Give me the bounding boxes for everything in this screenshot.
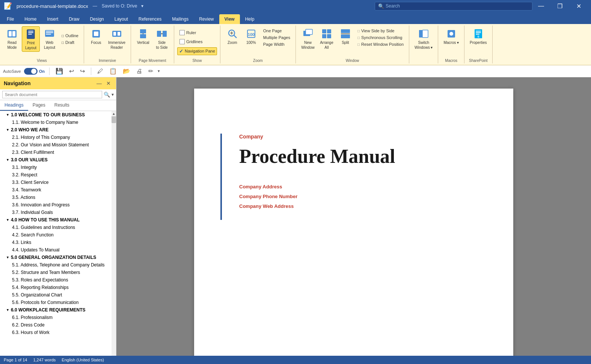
nav-item-5-1[interactable]: 5.1. Address, Telephone and Company Deta… — [0, 261, 111, 269]
format-painter-icon[interactable]: 🖊 — [96, 66, 105, 76]
restore-button[interactable]: ❐ — [551, 0, 568, 12]
redo-icon[interactable]: ↪ — [78, 66, 86, 76]
reset-window-position-button[interactable]: □ Reset Window Position — [355, 41, 406, 47]
nav-tab-pages[interactable]: Pages — [28, 100, 50, 111]
nav-item-4-3[interactable]: 4.3. Links — [0, 239, 111, 246]
scrollbar-thumb[interactable] — [112, 116, 116, 123]
nav-item-5-2[interactable]: 5.2. Structure and Team Members — [0, 269, 111, 276]
nav-item-2-1[interactable]: 2.1. History of This Company — [0, 134, 111, 141]
outline-button[interactable]: □ Outline — [59, 33, 81, 39]
autosave-toggle[interactable]: On — [24, 68, 45, 75]
document-area[interactable]: Company Procedure Manual Company Address… — [116, 77, 591, 364]
nav-item-1-1[interactable]: 1.1. Welcome to Company Name — [0, 119, 111, 126]
nav-item-6-2[interactable]: 6.2. Dress Code — [0, 321, 111, 329]
print-icon[interactable]: 🖨 — [135, 66, 144, 76]
nav-pane-close-button[interactable]: ✕ — [105, 80, 112, 87]
undo-icon[interactable]: ↩ — [68, 66, 75, 76]
nav-scroll-area[interactable]: ▲ ▼ 1.0 WELCOME TO OUR BUSINESS 1.1. Wel… — [0, 111, 116, 364]
draft-button[interactable]: □ Draft — [59, 39, 81, 45]
zoom-100-button[interactable]: 100 100% — [242, 26, 260, 46]
nav-item-3-3[interactable]: 3.3. Client Service — [0, 179, 111, 186]
collapse-icon-5-0[interactable]: ▼ — [6, 256, 9, 259]
nav-item-3-6[interactable]: 3.6. Innovation and Progress — [0, 201, 111, 209]
ruler-checkbox-button[interactable]: Ruler — [177, 29, 198, 36]
nav-item-2-3[interactable]: 2.3. Client Fulfillment — [0, 149, 111, 156]
nav-item-5-4[interactable]: 5.4. Reporting Relationships — [0, 284, 111, 291]
nav-item-5-3[interactable]: 5.3. Roles and Expectations — [0, 276, 111, 284]
nav-item-6-3[interactable]: 6.3. Hours of Work — [0, 329, 111, 336]
nav-item-4-0[interactable]: ▼ 4.0 HOW TO USE THIS MANUAL — [0, 216, 111, 224]
tab-insert[interactable]: Insert — [42, 14, 63, 24]
tab-help[interactable]: Help — [240, 14, 260, 24]
tab-draw[interactable]: Draw — [63, 14, 84, 24]
nav-item-3-4[interactable]: 3.4. Teamwork — [0, 186, 111, 194]
copy-icon[interactable]: 📋 — [108, 66, 118, 76]
collapse-icon-3-0[interactable]: ▼ — [6, 158, 9, 162]
navigation-pane-checkbox-button[interactable]: ✓ Navigation Pane — [177, 47, 217, 55]
toggle-track[interactable] — [24, 68, 38, 75]
nav-item-2-2[interactable]: 2.2. Our Vision and Mission Statement — [0, 141, 111, 149]
nav-item-3-7[interactable]: 3.7. Individual Goals — [0, 209, 111, 216]
nav-item-3-2[interactable]: 3.2. Respect — [0, 171, 111, 179]
nav-item-3-5[interactable]: 3.5. Actions — [0, 194, 111, 201]
nav-item-2-0[interactable]: ▼ 2.0 WHO WE ARE — [0, 126, 111, 134]
switch-windows-button[interactable]: Switch Windows ▾ — [412, 26, 435, 51]
tab-review[interactable]: Review — [194, 14, 219, 24]
page-width-button[interactable]: Page Width — [261, 41, 292, 47]
draw-icon[interactable]: ✏ — [147, 66, 155, 76]
nav-item-6-0[interactable]: ▼ 6.0 WORKPLACE REQUIREMENTS — [0, 306, 111, 314]
nav-item-3-1[interactable]: 3.1. Integrity — [0, 164, 111, 171]
close-button[interactable]: ✕ — [570, 0, 587, 12]
tab-file[interactable]: File — [2, 14, 19, 24]
tab-design[interactable]: Design — [84, 14, 109, 24]
nav-item-5-6[interactable]: 5.6. Protocols for Communication — [0, 299, 111, 306]
print-layout-button[interactable]: Print Layout — [22, 26, 40, 52]
focus-button[interactable]: Focus — [87, 26, 105, 46]
customize-toolbar-icon[interactable]: ▾ — [158, 69, 160, 74]
nav-item-3-0[interactable]: ▼ 3.0 OUR VALUES — [0, 156, 111, 164]
nav-item-5-5[interactable]: 5.5. Organizational Chart — [0, 291, 111, 299]
nav-item-4-2[interactable]: 4.2. Search Function — [0, 231, 111, 239]
web-layout-button[interactable]: Web Layout — [41, 26, 59, 52]
title-search-bar[interactable]: 🔍 — [375, 2, 532, 11]
collapse-icon-4-0[interactable]: ▼ — [6, 218, 9, 222]
collapse-icon-6-0[interactable]: ▼ — [6, 308, 9, 312]
nav-search-dropdown[interactable]: ▾ — [112, 92, 114, 97]
scroll-up-button[interactable]: ▲ — [112, 111, 116, 116]
view-side-by-side-button[interactable]: □ View Side by Side — [355, 28, 406, 34]
tab-references[interactable]: References — [133, 14, 167, 24]
gridlines-checkbox-button[interactable]: Gridlines — [177, 38, 205, 45]
immersive-reader-button[interactable]: Immersive Reader — [106, 26, 128, 51]
one-page-button[interactable]: One Page — [261, 28, 292, 34]
save-icon[interactable]: 💾 — [54, 66, 65, 76]
read-mode-button[interactable]: Read Mode — [3, 26, 21, 52]
nav-item-1-0[interactable]: ▼ 1.0 WELCOME TO OUR BUSINESS — [0, 111, 111, 119]
synchronous-scrolling-button[interactable]: □ Synchronous Scrolling — [355, 35, 406, 41]
scrollbar-track[interactable] — [112, 111, 116, 364]
nav-search-button[interactable]: 🔍 — [104, 92, 110, 98]
nav-pane-collapse-button[interactable]: — — [95, 80, 103, 87]
split-button[interactable]: Split — [336, 26, 354, 46]
nav-item-4-4[interactable]: 4.4. Updates To Manual — [0, 246, 111, 254]
tab-mailings[interactable]: Mailings — [167, 14, 194, 24]
nav-search-input[interactable] — [2, 91, 102, 98]
arrange-all-button[interactable]: Arrange All — [318, 26, 336, 51]
nav-tab-results[interactable]: Results — [50, 100, 74, 111]
nav-item-6-1[interactable]: 6.1. Professionalism — [0, 314, 111, 321]
properties-button[interactable]: S Properties — [467, 26, 489, 46]
collapse-icon-2-0[interactable]: ▼ — [6, 128, 9, 132]
open-icon[interactable]: 📂 — [121, 66, 132, 76]
tab-layout[interactable]: Layout — [109, 14, 133, 24]
nav-tab-headings[interactable]: Headings — [0, 100, 28, 111]
nav-item-5-0[interactable]: ▼ 5.0 GENERAL ORGANIZATION DETAILS — [0, 254, 111, 261]
nav-item-4-1[interactable]: 4.1. Guidelines and Instructions — [0, 224, 111, 231]
side-to-side-button[interactable]: Side to Side — [153, 26, 171, 51]
title-search-input[interactable] — [386, 3, 528, 9]
multiple-pages-button[interactable]: Multiple Pages — [261, 35, 292, 41]
macros-button[interactable]: Macros ▾ — [441, 26, 461, 46]
tab-home[interactable]: Home — [19, 14, 42, 24]
zoom-button[interactable]: Zoom — [223, 26, 241, 46]
vertical-button[interactable]: Vertical — [134, 26, 152, 46]
minimize-button[interactable]: — — [532, 0, 550, 12]
new-window-button[interactable]: New Window — [299, 26, 317, 51]
